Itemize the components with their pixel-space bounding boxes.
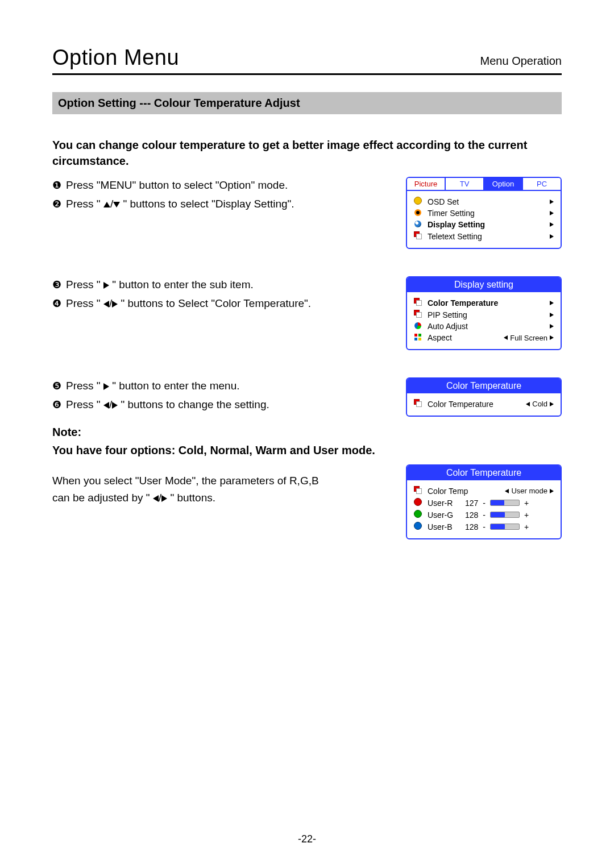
step-6: ❻ Press " / " buttons to change the sett… bbox=[52, 396, 392, 414]
note-label: Note: bbox=[52, 423, 392, 441]
step-number: ❺ bbox=[52, 377, 61, 395]
block-user-mode: When you select "User Mode", the paramet… bbox=[52, 464, 562, 539]
step-number: ❶ bbox=[52, 177, 61, 194]
rgb-g-icon bbox=[414, 510, 422, 518]
osd-value-text: User mode bbox=[511, 487, 547, 495]
page-number: -22- bbox=[0, 833, 614, 845]
osd-color-temp: Color Temperature Color Temperature Cold bbox=[406, 377, 562, 417]
slider-bar[interactable] bbox=[490, 500, 520, 506]
intro-text: You can change colour temperature to get… bbox=[52, 137, 562, 169]
note-line: You have four options: Cold, Normal, War… bbox=[52, 442, 392, 459]
slider-value: 127 bbox=[465, 499, 478, 508]
osd-tab-option[interactable]: Option bbox=[484, 178, 523, 190]
osd-row-user-b[interactable]: User-B 128 - + bbox=[413, 521, 554, 533]
triangle-right-icon bbox=[550, 335, 554, 340]
slider-bar[interactable] bbox=[490, 512, 520, 518]
step-text-post: " buttons to select "Display Setting". bbox=[123, 198, 294, 210]
osd-row-label: Display Setting bbox=[428, 220, 545, 229]
section-bar: Option Setting --- Colour Temperature Ad… bbox=[52, 92, 562, 114]
osd-body: Color Temperature Cold bbox=[407, 393, 561, 416]
squares-icon bbox=[414, 486, 422, 494]
osd-row-value: Cold bbox=[526, 400, 554, 408]
step-5: ❺ Press " " button to enter the menu. bbox=[52, 377, 392, 395]
osd-tab-pc[interactable]: PC bbox=[523, 178, 561, 190]
triangle-right-icon bbox=[550, 211, 554, 215]
osd-row-pip[interactable]: PIP Setting bbox=[413, 309, 554, 321]
step-text: Press " / " buttons to select "Display S… bbox=[66, 196, 392, 213]
osd-row-ct-user[interactable]: Color Temp User mode bbox=[413, 485, 554, 497]
triangle-right-icon bbox=[550, 324, 554, 329]
step-number: ❹ bbox=[52, 295, 61, 313]
osd-row-label: OSD Set bbox=[428, 197, 545, 206]
triangle-right-icon bbox=[103, 282, 109, 289]
osd-value-text: Full Screen bbox=[510, 334, 547, 342]
steps-list-3: ❺ Press " " button to enter the menu. ❻ … bbox=[52, 377, 406, 459]
step-number: ❷ bbox=[52, 196, 61, 213]
osd-row-display[interactable]: Display Setting bbox=[413, 219, 554, 230]
triangle-right-icon bbox=[550, 402, 554, 406]
block-step-5-6: ❺ Press " " button to enter the menu. ❻ … bbox=[52, 377, 562, 459]
triangle-right-icon bbox=[103, 383, 109, 390]
osd-row-label: Timer Setting bbox=[428, 209, 545, 218]
osd-row-label: User-R bbox=[428, 499, 460, 508]
step-text-pre: Press " bbox=[66, 380, 103, 392]
osd-tabs: Picture TV Option PC bbox=[407, 178, 561, 191]
osd-row-user-g[interactable]: User-G 128 - + bbox=[413, 509, 554, 521]
triangle-right-icon bbox=[550, 489, 554, 493]
plus-label: + bbox=[524, 510, 529, 520]
block-step-3-4: ❸ Press " " button to enter the sub item… bbox=[52, 276, 562, 350]
triangle-right-icon bbox=[550, 234, 554, 239]
squares-icon bbox=[414, 399, 422, 407]
osd-row-timer[interactable]: Timer Setting bbox=[413, 207, 554, 219]
step-text-post: " buttons to change the setting. bbox=[121, 398, 269, 410]
osd-row-osd-set[interactable]: OSD Set bbox=[413, 196, 554, 207]
minus-label: - bbox=[483, 522, 486, 531]
osd-row-user-r[interactable]: User-R 127 - + bbox=[413, 497, 554, 509]
step-text: Press "MENU" button to select "Option" m… bbox=[66, 177, 392, 194]
steps-list-2: ❸ Press " " button to enter the sub item… bbox=[52, 276, 406, 313]
slider-bar[interactable] bbox=[490, 524, 520, 530]
step-text-pre: Press " bbox=[66, 198, 103, 210]
triangle-left-icon bbox=[153, 495, 159, 502]
rgb-b-icon bbox=[414, 522, 422, 530]
squares-icon bbox=[414, 310, 422, 318]
user-mode-text: When you select "User Mode", the paramet… bbox=[52, 472, 325, 506]
block-step-1-2: ❶ Press "MENU" button to select "Option"… bbox=[52, 177, 562, 249]
minus-label: - bbox=[483, 510, 486, 520]
osd-main-menu: Picture TV Option PC OSD Set Timer Setti… bbox=[406, 177, 562, 249]
step-text: Press " / " buttons to Select "Color Tem… bbox=[66, 295, 392, 312]
osd-row-label: Color Temperature bbox=[428, 298, 545, 308]
osd-tab-picture[interactable]: Picture bbox=[407, 178, 446, 190]
osd-row-label: Color Temp bbox=[428, 487, 500, 496]
triangle-right-icon bbox=[550, 200, 554, 204]
usermode-text-post: " buttons. bbox=[170, 492, 215, 504]
step-text-post: " button to enter the menu. bbox=[112, 380, 239, 392]
osd-title: Display setting bbox=[407, 277, 561, 292]
triangle-left-icon bbox=[505, 489, 509, 493]
step-text: Press " / " buttons to change the settin… bbox=[66, 396, 392, 413]
osd-row-auto-adjust[interactable]: Auto Adjust bbox=[413, 321, 554, 332]
triangle-left-icon bbox=[526, 402, 530, 406]
triangle-up-icon bbox=[103, 202, 110, 207]
step-text-pre: Press " bbox=[66, 279, 103, 290]
osd-tab-tv[interactable]: TV bbox=[446, 178, 484, 190]
step-text-post: " button to enter the sub item. bbox=[112, 279, 254, 290]
triangle-left-icon bbox=[103, 402, 109, 409]
osd-row-label: PIP Setting bbox=[428, 310, 545, 319]
osd-row-label: Color Temperature bbox=[428, 400, 521, 409]
osd-row-color-temp[interactable]: Color Temperature bbox=[413, 297, 554, 309]
triangle-left-icon bbox=[504, 335, 508, 340]
triangle-down-icon bbox=[113, 202, 120, 207]
osd-title: Color Temperature bbox=[407, 379, 561, 393]
osd-row-teletext[interactable]: Teletext Setting bbox=[413, 230, 554, 242]
triangle-left-icon bbox=[103, 301, 109, 308]
step-3: ❸ Press " " button to enter the sub item… bbox=[52, 276, 392, 294]
osd-body: Color Temp User mode User-R 127 - + User… bbox=[407, 480, 561, 538]
osd-color-temp-user: Color Temperature Color Temp User mode U… bbox=[406, 464, 562, 539]
osd-row-ct-value[interactable]: Color Temperature Cold bbox=[413, 398, 554, 410]
osd-display-setting: Display setting Color Temperature PIP Se… bbox=[406, 276, 562, 350]
step-text: Press " " button to enter the menu. bbox=[66, 377, 392, 394]
triangle-right-icon bbox=[112, 301, 118, 308]
osd-row-aspect[interactable]: Aspect Full Screen bbox=[413, 332, 554, 343]
page-title: Option Menu bbox=[52, 45, 179, 70]
